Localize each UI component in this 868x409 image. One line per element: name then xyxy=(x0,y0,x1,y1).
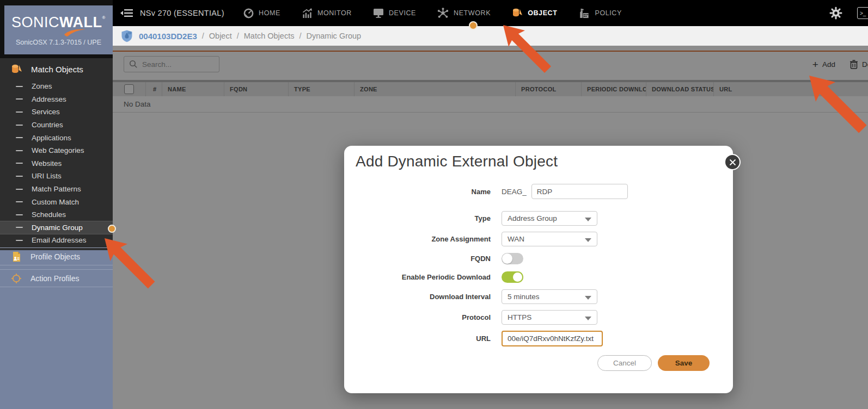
sidebar-item-match-patterns[interactable]: Match Patterns xyxy=(0,183,113,196)
sidebar-item-countries[interactable]: Countries xyxy=(0,119,113,132)
url-input[interactable] xyxy=(502,331,603,346)
url-field-row: URL xyxy=(344,331,733,346)
sidebar-item-services[interactable]: Services xyxy=(0,106,113,119)
fqdn-field-row: FQDN xyxy=(344,252,733,264)
dash-icon xyxy=(16,98,23,100)
protocol-select[interactable]: HTTPS xyxy=(502,310,597,325)
type-select[interactable]: Address Group xyxy=(502,211,597,226)
dynamic-group-highlight-dot xyxy=(108,225,116,233)
breadcrumb: 0040103DD2E3 / Object / Match Objects / … xyxy=(113,26,868,46)
terminal-icon[interactable]: >_ xyxy=(857,7,868,19)
dash-icon xyxy=(16,137,23,138)
dash-icon xyxy=(16,201,23,202)
chevron-down-icon xyxy=(585,218,591,221)
breadcrumb-segment-match-objects[interactable]: Match Objects xyxy=(244,32,295,40)
dash-icon xyxy=(16,189,23,190)
gauge-icon xyxy=(243,8,254,18)
name-prefix: DEAG_ xyxy=(502,188,527,196)
zone-assignment-select[interactable]: WAN xyxy=(502,232,597,246)
cylinder-icon xyxy=(512,8,523,18)
url-label: URL xyxy=(344,334,502,343)
brand-wordmark: SONICWALL® xyxy=(11,15,106,30)
protocol-label: Protocol xyxy=(344,313,502,321)
dialog-form: Name DEAG_ Type Address Group Zone Assig… xyxy=(344,184,733,352)
sidebar-section-label: Action Profiles xyxy=(30,274,79,283)
brand-sonic: SONIC xyxy=(11,14,59,30)
sidebar-item-web-categories[interactable]: Web Categories xyxy=(0,144,113,157)
type-label: Type xyxy=(344,214,502,222)
dash-icon xyxy=(16,214,23,215)
periodic-download-toggle[interactable] xyxy=(502,271,523,283)
monitor-icon xyxy=(373,8,384,18)
sidebar-item-email-addresses[interactable]: Email Addresses xyxy=(0,234,113,247)
save-button[interactable]: Save xyxy=(658,355,710,371)
dialog-actions: Cancel Save xyxy=(344,355,733,371)
download-interval-field-row: Download Interval 5 minutes xyxy=(344,289,733,304)
download-interval-select[interactable]: 5 minutes xyxy=(502,289,597,304)
sidebar-item-dynamic-group[interactable]: Dynamic Group xyxy=(0,221,113,234)
nav-right-group: >_ xyxy=(829,6,868,20)
dialog-close-button[interactable] xyxy=(724,154,741,170)
brand-swoosh-icon xyxy=(64,28,87,37)
nav-items: HOME MONITOR DEVICE xyxy=(243,8,622,18)
sidebar-section-action-profiles[interactable]: Action Profiles xyxy=(0,269,113,287)
close-icon xyxy=(729,159,736,166)
breadcrumb-separator: / xyxy=(299,32,301,40)
sidebar-item-addresses[interactable]: Addresses xyxy=(0,93,113,106)
sidebar-section-label: Profile Objects xyxy=(30,252,80,261)
nav-item-policy[interactable]: POLICY xyxy=(578,8,621,18)
cancel-button[interactable]: Cancel xyxy=(597,355,652,371)
dash-icon xyxy=(16,111,23,113)
brand-logo: SONICWALL® SonicOSX 7.1.3-7015 / UPE xyxy=(4,5,113,54)
top-nav-bar: NSv 270 (ESSENTIAL) HOME xyxy=(113,0,868,26)
policy-icon xyxy=(578,8,590,18)
dialog-title: Add Dynamic External Object xyxy=(356,153,558,170)
chevron-down-icon xyxy=(585,296,591,300)
sidebar-item-custom-match[interactable]: Custom Match xyxy=(0,195,113,208)
breadcrumb-segment-dynamic-group: Dynamic Group xyxy=(306,32,361,40)
dash-icon xyxy=(16,176,23,177)
nav-item-device[interactable]: DEVICE xyxy=(373,8,416,18)
periodic-download-field-row: Enable Periodic Download xyxy=(344,271,733,283)
sidebar-section-match-objects[interactable]: Match Objects xyxy=(0,58,113,80)
breadcrumb-segment-object[interactable]: Object xyxy=(209,32,232,40)
fqdn-toggle[interactable] xyxy=(502,253,523,264)
collapse-menu-icon[interactable] xyxy=(120,8,133,18)
fqdn-label: FQDN xyxy=(344,255,502,263)
dash-icon xyxy=(16,150,23,151)
type-field-row: Type Address Group xyxy=(344,211,733,226)
sidebar-item-websites[interactable]: Websites xyxy=(0,157,113,170)
name-label: Name xyxy=(344,188,502,196)
chart-icon xyxy=(302,8,313,18)
brand-registered-mark: ® xyxy=(102,15,106,20)
dash-icon xyxy=(16,125,23,126)
periodic-download-label: Enable Periodic Download xyxy=(344,273,502,281)
nav-item-network[interactable]: NETWORK xyxy=(437,8,491,18)
nav-label-policy: POLICY xyxy=(595,9,621,17)
sidebar-item-schedules[interactable]: Schedules xyxy=(0,208,113,221)
sidebar-section-profile-objects[interactable]: Profile Objects xyxy=(0,247,113,265)
download-interval-label: Download Interval xyxy=(344,293,502,301)
cylinder-icon xyxy=(11,64,22,75)
gear-icon[interactable] xyxy=(829,6,843,20)
chevron-down-icon xyxy=(585,238,591,242)
nav-label-object: OBJECT xyxy=(528,9,557,17)
name-field-row: Name DEAG_ xyxy=(344,184,733,199)
object-nav-highlight-dot xyxy=(469,21,478,30)
nav-item-object[interactable]: OBJECT xyxy=(512,8,557,18)
appliance-name: NSv 270 (ESSENTIAL) xyxy=(140,9,224,17)
sidebar-item-applications[interactable]: Applications xyxy=(0,131,113,144)
nav-collapse-group[interactable]: NSv 270 (ESSENTIAL) xyxy=(120,8,234,18)
chevron-down-icon xyxy=(585,317,591,320)
nav-item-home[interactable]: HOME xyxy=(243,8,280,18)
sidebar-item-zones[interactable]: Zones xyxy=(0,80,113,93)
breadcrumb-device-link[interactable]: 0040103DD2E3 xyxy=(139,32,197,41)
nav-item-monitor[interactable]: MONITOR xyxy=(302,8,352,18)
nav-label-device: DEVICE xyxy=(389,9,416,17)
firewall-shield-icon xyxy=(120,29,133,42)
sidebar-item-uri-lists[interactable]: URI Lists xyxy=(0,170,113,183)
dash-icon xyxy=(16,240,23,241)
name-input[interactable] xyxy=(531,184,628,199)
protocol-field-row: Protocol HTTPS xyxy=(344,310,733,325)
logo-frame: SONICWALL® SonicOSX 7.1.3-7015 / UPE xyxy=(0,0,113,58)
